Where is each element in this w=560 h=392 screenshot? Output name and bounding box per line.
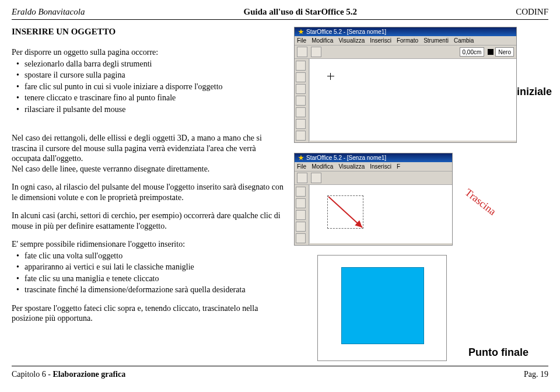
paragraph: Per spostare l'oggetto fateci clic sopra… (12, 303, 286, 324)
list-item: appariranno ai vertici e sui lati le cla… (24, 262, 286, 272)
list-item: tenere cliccato e trascinare fino al pun… (24, 93, 286, 103)
menu-item[interactable]: Cambia (454, 37, 474, 44)
paragraph: In ogni caso, al rilascio del pulsante d… (12, 182, 286, 202)
drawing-canvas[interactable] (309, 59, 516, 141)
app-title: StarOffice 5.2 - [Senza nome1] (306, 29, 386, 35)
steps-list-1: selezionarlo dalla barra degli strumenti… (12, 59, 286, 115)
drawing-canvas[interactable] (309, 185, 452, 243)
app-title: StarOffice 5.2 - [Senza nome1] (306, 155, 386, 161)
tool-icon[interactable] (296, 61, 306, 71)
app-titlebar: StarOffice 5.2 - [Senza nome1] (295, 27, 516, 36)
list-item: spostare il cursore sulla pagina (24, 70, 286, 80)
coord-field[interactable]: 0,00cm (460, 47, 485, 57)
menu-item[interactable]: Inserisci (370, 37, 391, 44)
tool-icon[interactable] (296, 210, 306, 220)
header-author: Eraldo Bonavitacola (12, 7, 85, 17)
footer-rule (12, 366, 548, 366)
tool-icon[interactable] (296, 72, 306, 82)
tool-icon[interactable] (296, 131, 306, 141)
tool-strip (295, 185, 309, 245)
tool-icon[interactable] (296, 96, 306, 106)
star-icon (298, 29, 304, 35)
toolbar (295, 172, 452, 185)
section-title: INSERIRE UN OGGETTO (12, 27, 286, 37)
tool-icon[interactable] (296, 84, 306, 94)
menubar: File Modifica Visualizza Inserisci F (295, 162, 452, 172)
menu-item[interactable]: File (297, 163, 306, 170)
menu-item[interactable]: Modifica (312, 163, 333, 170)
tool-icon[interactable] (296, 233, 306, 243)
paragraph: In alcuni casi (archi, settori di cerchi… (12, 211, 286, 231)
color-swatch (488, 49, 494, 55)
list-item: fate clic una volta sull'oggetto (24, 251, 286, 261)
tool-icon[interactable] (296, 198, 306, 208)
app-titlebar: StarOffice 5.2 - [Senza nome1] (295, 153, 452, 162)
screenshot-drag: StarOffice 5.2 - [Senza nome1] File Modi… (294, 153, 453, 246)
menu-item[interactable]: Strumenti (424, 37, 449, 44)
toolbar-button[interactable] (297, 47, 307, 57)
tool-icon[interactable] (296, 222, 306, 232)
screenshot-initial-point: StarOffice 5.2 - [Senza nome1] File Modi… (294, 27, 517, 143)
crosshair-cursor-icon (327, 73, 334, 80)
list-item: trascinate finché la dimensione/deformaz… (24, 285, 286, 295)
footer-page: Pag. 19 (524, 370, 548, 379)
list-item: selezionarlo dalla barra degli strumenti (24, 59, 286, 69)
menubar: File Modifica Visualizza Inserisci Forma… (295, 36, 516, 46)
figure-column: StarOffice 5.2 - [Senza nome1] File Modi… (294, 27, 548, 361)
menu-item[interactable]: Visualizza (338, 37, 365, 44)
paragraph: Nel caso dei rettangoli, delle ellissi e… (12, 133, 286, 164)
list-item: fate clic su una maniglia e tenete clicc… (24, 274, 286, 284)
drag-arrow-icon (316, 190, 380, 242)
header-rule (12, 19, 548, 20)
toolbar-button[interactable] (297, 173, 307, 183)
list-item: fare clic sul punto in cui si vuole iniz… (24, 82, 286, 92)
menu-item[interactable]: F (397, 163, 400, 170)
annotation-drag: Trascina (463, 186, 499, 218)
text-column: INSERIRE UN OGGETTO Per disporre un ogge… (12, 27, 286, 361)
menu-item[interactable]: Formato (397, 37, 418, 44)
list-item: rilasciare il pulsante del mouse (24, 104, 286, 115)
tool-icon[interactable] (296, 107, 306, 117)
header-org: CODINF (516, 7, 548, 17)
toolbar: 0,00cm Nero (295, 46, 516, 59)
header-title: Guida all'uso di StarOffice 5.2 (243, 7, 357, 17)
annotation-final-point: Punto finale (468, 346, 528, 359)
svg-line-0 (328, 197, 362, 228)
menu-item[interactable]: File (297, 37, 306, 44)
paragraph: Nel caso delle linee, queste verranno di… (12, 164, 286, 174)
result-rectangle (341, 267, 424, 344)
menu-item[interactable]: Modifica (312, 37, 333, 44)
color-field[interactable]: Nero (495, 47, 514, 57)
paragraph: E' sempre possibile ridimensionare l'ogg… (12, 239, 286, 250)
star-icon (298, 155, 304, 161)
tool-icon[interactable] (296, 187, 306, 197)
steps-list-2: fate clic una volta sull'oggetto apparir… (12, 251, 286, 295)
tool-strip (295, 59, 309, 142)
tool-icon[interactable] (296, 119, 306, 129)
toolbar-button[interactable] (311, 47, 321, 57)
intro-paragraph: Per disporre un oggetto sulla pagina occ… (12, 47, 286, 58)
footer-chapter: Capitolo 6 - Elaborazione grafica (12, 370, 125, 379)
menu-item[interactable]: Visualizza (338, 163, 365, 170)
menu-item[interactable]: Inserisci (370, 163, 391, 170)
toolbar-button[interactable] (311, 173, 321, 183)
screenshot-final-point (317, 255, 447, 361)
